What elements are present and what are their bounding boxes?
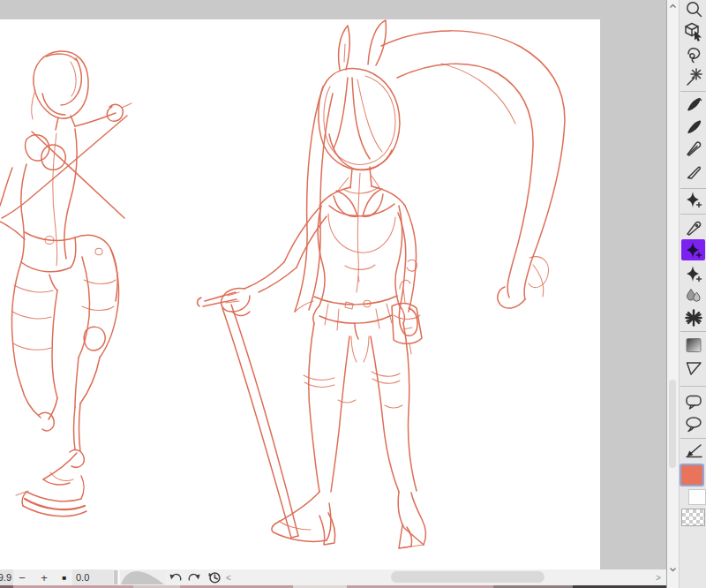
sketch-drawing [0,0,666,569]
tool-pen-2[interactable] [681,116,705,137]
foreground-color-swatch[interactable] [680,464,704,486]
triangle-polyline-icon [684,358,703,378]
chevron-down-icon [669,566,677,573]
redo-button[interactable] [187,569,203,585]
tool-pen[interactable] [681,94,705,115]
tool-gradient[interactable] [681,335,705,356]
water-drops-icon [684,286,703,305]
canvas-area[interactable] [0,0,666,569]
magnifier-icon [684,0,703,19]
sketch-left-figure [0,51,131,516]
magic-wand-icon [684,67,703,87]
rotation-value: 0.0 [76,572,89,583]
pen-2-icon [684,117,703,136]
zoom-percent-field[interactable]: 9.9 [0,569,13,585]
tool-polyline-fill[interactable] [681,358,705,379]
reset-rotation-icon [207,569,222,585]
tool-quill-pen[interactable] [681,138,705,159]
tool-zoom[interactable] [681,0,705,20]
tool-group-separator [680,331,706,332]
tool-marker[interactable] [681,160,705,181]
reset-view-button[interactable] [207,569,222,585]
tool-object[interactable] [681,21,705,42]
sparkle-brush-icon [684,240,703,260]
zoom-percent-value: 9.9 [0,572,11,583]
transparent-color-swatch[interactable] [681,509,705,526]
redo-icon [187,569,203,585]
tool-column [679,0,706,588]
zoom-slider[interactable] [114,569,166,585]
bottom-bar: 9.9 − + ■ 0.0 < > [0,569,666,585]
tool-ellipse-balloon[interactable] [681,413,705,434]
marker-icon [684,161,703,180]
secondary-color-swatch[interactable] [688,489,706,505]
zoom-in-button[interactable]: + [36,569,52,585]
toolbar-scroll-up[interactable] [669,2,677,10]
object-cube-cursor-icon [683,21,704,42]
tool-group-separator [680,386,706,387]
tool-arrow-line[interactable] [681,441,705,462]
tool-lasso[interactable] [681,44,705,65]
lasso-icon [684,45,703,64]
fit-view-button[interactable]: ■ [56,569,72,585]
tool-magic-wand[interactable] [681,66,705,87]
arrow-line-icon [684,441,703,461]
toolbar-scrollbar-thumb[interactable] [669,380,676,468]
tool-calligraphy-pen[interactable] [681,217,705,238]
tool-sparkle-brush[interactable] [681,239,705,260]
gradient-square-icon [684,335,703,355]
quill-pen-icon [684,139,703,158]
tool-sparkle-brush-2[interactable] [681,263,705,284]
scroll-left-chevron[interactable]: < [222,569,235,585]
sparkle-plus-icon [684,264,703,283]
toolbar-scrollbar[interactable] [666,0,679,588]
scroll-right-chevron[interactable]: > [652,569,665,585]
tool-group-separator [680,438,706,439]
pen-icon [684,94,703,114]
tool-group-separator [680,214,706,215]
rotation-field[interactable]: 0.0 [72,569,113,585]
horizontal-scrollbar-thumb[interactable] [391,571,545,583]
tool-balloon[interactable] [681,391,705,412]
toolbar-scroll-down[interactable] [669,565,677,573]
ellipse-balloon-icon [684,414,703,433]
sparkle-plus-icon [684,190,703,209]
tool-blend-drops[interactable] [681,285,705,306]
undo-icon [167,569,183,585]
sketch-center-figure [198,20,565,548]
zoom-out-button[interactable]: − [14,569,30,585]
zoom-slider-shape [114,569,166,585]
tool-group-separator [680,91,706,92]
undo-button[interactable] [167,569,183,585]
starburst-icon [684,308,703,328]
chevron-up-icon [669,3,677,10]
tool-spray-burst[interactable] [681,307,705,328]
tool-palette [666,0,706,588]
calligraphy-pen-icon [684,218,703,237]
tool-decoration-sparkle[interactable] [681,189,705,210]
speech-balloon-icon [684,392,703,411]
